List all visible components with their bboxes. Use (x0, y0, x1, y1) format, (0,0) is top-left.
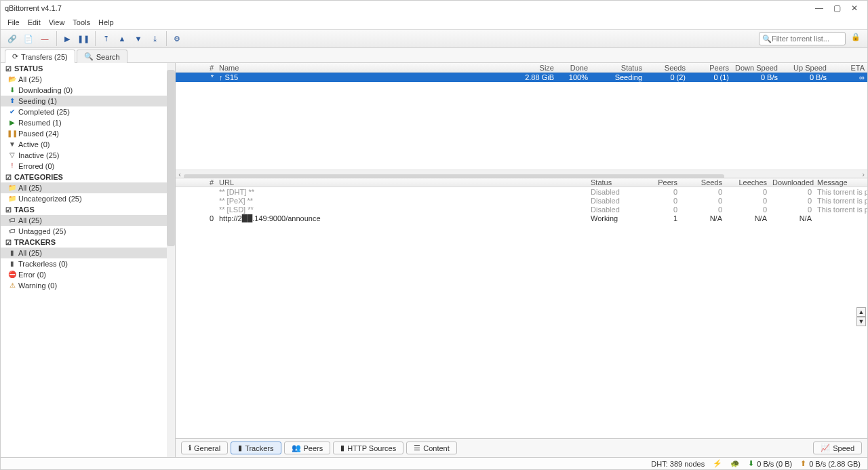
menu-help[interactable]: Help (98, 18, 114, 26)
peers-icon: 👥 (292, 444, 301, 452)
sidebar-item-status-4[interactable]: ▶Resumed (1) (1, 117, 175, 128)
tkcol-seeds[interactable]: Seeds (680, 178, 725, 187)
col-num[interactable]: # (176, 64, 216, 72)
sidebar-scroll-thumb[interactable] (167, 70, 175, 246)
tracker-row-2[interactable]: ** [LSD] **Disabled0000This torrent is p… (176, 205, 867, 214)
tkcol-msg[interactable]: Message (814, 178, 867, 187)
sidebar-item-categories-1[interactable]: 📁Uncategorized (25) (1, 193, 175, 204)
pause-icon[interactable]: ❚❚ (76, 31, 91, 46)
tab-search[interactable]: 🔍 Search (77, 50, 127, 63)
sidebar-item-categories-0[interactable]: 📁All (25) (1, 182, 175, 193)
dtab-trackers-label: Trackers (245, 444, 273, 452)
scroll-left-icon[interactable]: ‹ (176, 170, 184, 178)
sidebar-header-status[interactable]: ☑ STATUS (1, 63, 175, 74)
resume-icon[interactable]: ▶ (60, 31, 75, 46)
sidebar-item-status-7[interactable]: ▽Inactive (25) (1, 150, 175, 161)
torrent-header[interactable]: # Name Size Done Status Seeds Peers Down… (176, 63, 867, 73)
sidebar-header-categories[interactable]: ☑ CATEGORIES (1, 172, 175, 182)
sidebar-item-status-0[interactable]: 📂All (25) (1, 74, 175, 85)
maximize-button[interactable]: ▢ (828, 3, 846, 13)
remove-icon[interactable]: — (37, 31, 52, 46)
details-spin: ▲ ▼ (856, 307, 866, 326)
sidebar-item-status-5[interactable]: ❚❚Paused (24) (1, 128, 175, 139)
col-size[interactable]: Size (516, 64, 557, 72)
sidebar-item-trackers-0[interactable]: ▮All (25) (1, 248, 175, 258)
tk-msg: This torrent is p... (814, 205, 867, 214)
sidebar-item-tags-1[interactable]: 🏷Untagged (25) (1, 226, 175, 237)
transfers-icon: ⟳ (12, 52, 18, 61)
torrent-hscroll[interactable]: ‹ › (176, 170, 867, 178)
col-up[interactable]: Up Speed (781, 64, 829, 72)
tkcol-num[interactable]: # (176, 178, 216, 187)
sidebar-item-status-1[interactable]: ⬇Downloading (0) (1, 85, 175, 96)
sidebar-header-tags[interactable]: ☑ TAGS (1, 204, 175, 215)
add-file-icon[interactable]: 📄 (21, 31, 36, 46)
up-arrow-icon: ⬆ (800, 459, 806, 468)
bottom-queue-icon[interactable]: ⤓ (147, 31, 162, 46)
tracker-header[interactable]: # URL Status Peers Seeds Leeches Downloa… (176, 178, 867, 187)
filter-box[interactable]: 🔍 (759, 32, 846, 45)
spin-down-icon[interactable]: ▼ (856, 317, 866, 326)
status-alt[interactable]: 🐢 (730, 459, 740, 468)
dtab-peers[interactable]: 👥Peers (284, 442, 331, 454)
sidebar-item-status-8[interactable]: !Errored (0) (1, 161, 175, 172)
up-queue-icon[interactable]: ▲ (115, 31, 130, 46)
sidebar-item-status-2[interactable]: ⬆Seeding (1) (1, 96, 175, 106)
dtab-general[interactable]: ℹGeneral (181, 442, 228, 454)
menu-edit[interactable]: Edit (28, 18, 41, 26)
settings-icon[interactable]: ⚙ (170, 31, 184, 46)
down-queue-icon[interactable]: ▼ (131, 31, 146, 46)
col-peers[interactable]: Peers (688, 64, 732, 72)
checkbox-icon: ☑ (5, 206, 12, 213)
twarn-icon: ⚠ (9, 282, 16, 289)
dtab-content[interactable]: ☰Content (406, 442, 457, 454)
close-button[interactable]: ✕ (846, 3, 863, 13)
tab-search-label: Search (96, 53, 120, 61)
tkcol-peers[interactable]: Peers (635, 178, 680, 187)
sidebar-item-label: Untagged (25) (18, 227, 66, 236)
spin-up-icon[interactable]: ▲ (856, 307, 866, 317)
tkcol-url[interactable]: URL (216, 178, 588, 187)
tkcol-down[interactable]: Downloaded (770, 178, 814, 187)
inactive-icon: ▽ (9, 152, 16, 159)
col-seeds[interactable]: Seeds (645, 64, 688, 72)
menu-file[interactable]: File (7, 18, 20, 26)
checkbox-icon: ☑ (5, 239, 12, 246)
sidebar-item-trackers-3[interactable]: ⚠Warning (0) (1, 280, 175, 291)
top-queue-icon[interactable]: ⤒ (98, 31, 113, 46)
tracker-row-0[interactable]: ** [DHT] **Disabled0000This torrent is p… (176, 187, 867, 196)
sidebar-item-trackers-2[interactable]: ⛔Error (0) (1, 269, 175, 280)
tkcol-leeches[interactable]: Leeches (725, 178, 770, 187)
minimize-button[interactable]: — (810, 3, 828, 13)
tk-down: 0 (770, 205, 814, 214)
lock-icon[interactable]: 🔒 (851, 33, 863, 45)
sidebar-item-trackers-1[interactable]: ▮Trackerless (0) (1, 258, 175, 269)
col-status[interactable]: Status (591, 64, 645, 72)
sidebar-item-tags-0[interactable]: 🏷All (25) (1, 215, 175, 226)
menu-view[interactable]: View (49, 18, 65, 26)
tkcol-status[interactable]: Status (588, 178, 635, 187)
tk-peers: 0 (635, 197, 680, 205)
scroll-right-icon[interactable]: › (859, 170, 867, 178)
col-name[interactable]: Name (216, 64, 516, 72)
col-eta[interactable]: ETA (829, 64, 867, 72)
tracker-row-3[interactable]: 0http://2██.149:9000/announceWorking1N/A… (176, 214, 867, 222)
dtab-http[interactable]: ▮HTTP Sources (333, 442, 403, 454)
sidebar-scrollbar[interactable] (167, 63, 175, 457)
tracker-row-1[interactable]: ** [PeX] **Disabled0000This torrent is p… (176, 196, 867, 205)
tab-transfers[interactable]: ⟳ Transfers (25) (5, 50, 75, 63)
sidebar-item-status-6[interactable]: ▼Active (0) (1, 139, 175, 150)
sidebar-header-trackers[interactable]: ☑ TRACKERS (1, 237, 175, 248)
add-link-icon[interactable]: 🔗 (5, 31, 20, 46)
filter-input[interactable] (772, 35, 842, 43)
torrent-row-selected[interactable]: * ↑ S15 2.88 GiB 100% Seeding 0 (2) 0 (1… (176, 73, 867, 82)
sidebar-item-status-3[interactable]: ✔Completed (25) (1, 106, 175, 117)
menu-tools[interactable]: Tools (73, 18, 90, 26)
folder-icon: 📁 (9, 184, 16, 191)
col-done[interactable]: Done (557, 64, 591, 72)
tk-leeches: 0 (725, 205, 770, 214)
col-down[interactable]: Down Speed (732, 64, 781, 72)
dtab-trackers[interactable]: ▮Trackers (231, 442, 281, 454)
tk-url: http://2██.149:9000/announce (216, 214, 588, 222)
dtab-speed[interactable]: 📈Speed (813, 442, 862, 454)
